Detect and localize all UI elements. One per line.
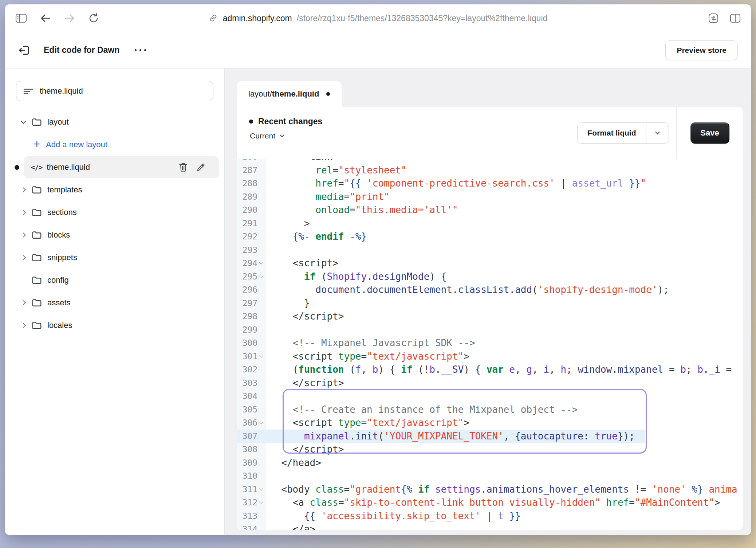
sidebar-folder-config[interactable]: config [5, 269, 224, 291]
forward-button-icon[interactable] [64, 13, 75, 23]
line-number: 302 [237, 365, 265, 374]
sidebar-file-theme.liquid[interactable]: </>theme.liquid [5, 156, 224, 179]
sidebar-folder-assets[interactable]: assets [5, 291, 224, 314]
fold-chevron-icon[interactable] [259, 500, 263, 504]
code-line-314[interactable]: 314 </a> [237, 522, 743, 530]
code-text: href="{{ 'component-predictive-search.cs… [265, 178, 646, 189]
sidebar-folder-sections[interactable]: sections [5, 201, 224, 224]
code-text: <!-- Mixpanel Javascript SDK --> [265, 337, 475, 348]
save-button[interactable]: Save [690, 122, 729, 144]
code-line-297[interactable]: 297 } [237, 297, 743, 310]
line-number: 297 [237, 298, 265, 308]
delete-file-icon[interactable] [178, 162, 188, 172]
line-number: 286 [237, 159, 265, 161]
exit-editor-icon[interactable] [18, 44, 31, 56]
code-line-302[interactable]: 302 (function (f, b) { if (!b.__SV) { va… [237, 363, 743, 376]
chevron-right-icon[interactable] [21, 187, 26, 192]
fold-chevron-icon[interactable] [259, 261, 263, 265]
code-line-286[interactable]: 286 <link [237, 159, 743, 164]
code-line-307[interactable]: 307 mixpanel.init('YOUR_MIXPANEL_TOKEN',… [237, 430, 743, 443]
code-line-310[interactable]: 310 [237, 469, 743, 483]
action-label: Add a new layout [46, 140, 107, 149]
code-line-299[interactable]: 299 [237, 323, 743, 337]
code-line-290[interactable]: 290 onload="this.media='all'" [237, 203, 743, 217]
folder-icon [31, 117, 42, 128]
version-selector[interactable]: Current [249, 132, 322, 140]
fold-chevron-icon[interactable] [259, 420, 263, 424]
selected-file-row[interactable]: </>theme.liquid [24, 156, 219, 178]
code-line-287[interactable]: 287 rel="stylesheet" [237, 164, 743, 177]
more-options-icon[interactable] [135, 49, 146, 51]
code-editor[interactable]: 286 <link287 rel="stylesheet"288 href="{… [237, 159, 743, 530]
line-number: 309 [237, 458, 265, 467]
code-line-296[interactable]: 296 document.documentElement.classList.a… [237, 283, 743, 297]
code-line-295[interactable]: 295 if (Shopify.designMode) { [237, 270, 743, 283]
code-text: <script type="text/javascript"> [265, 351, 469, 362]
search-input[interactable] [40, 86, 206, 96]
chevron-down-icon[interactable] [21, 118, 26, 124]
sidebar-folder-blocks[interactable]: blocks [5, 224, 224, 246]
chevron-right-icon[interactable] [21, 255, 26, 260]
version-label: Current [250, 132, 275, 140]
back-button-icon[interactable] [40, 13, 51, 23]
code-line-292[interactable]: 292 {%- endif -%} [237, 230, 743, 243]
code-line-311[interactable]: 311 <body class="gradient{% if settings.… [237, 483, 743, 496]
line-number: 303 [237, 378, 265, 388]
file-search-box[interactable] [16, 81, 213, 101]
page-title: Edit code for Dawn [44, 45, 119, 55]
line-number: 304 [237, 391, 265, 401]
changes-dot-icon [249, 120, 253, 124]
sidebar-toggle-icon[interactable] [15, 13, 27, 23]
tab-theme-liquid[interactable]: layout/theme.liquid [237, 81, 342, 107]
fold-chevron-icon[interactable] [259, 274, 263, 278]
code-line-298[interactable]: 298 </script> [237, 310, 743, 323]
code-line-293[interactable]: 293 [237, 243, 743, 257]
split-view-icon[interactable] [730, 13, 741, 23]
fold-chevron-icon[interactable] [259, 486, 263, 490]
chevron-down-icon [655, 130, 660, 134]
code-text: <script type="text/javascript"> [265, 417, 469, 428]
preview-store-button[interactable]: Preview store [665, 40, 738, 60]
code-line-291[interactable]: 291 > [237, 217, 743, 230]
folder-label: locales [47, 321, 72, 330]
folder-icon [31, 275, 42, 286]
code-line-309[interactable]: 309 </head> [237, 456, 743, 470]
code-line-300[interactable]: 300 <!-- Mixpanel Javascript SDK --> [237, 336, 743, 350]
address-bar[interactable]: admin.shopify.com/store/rzq1xu-f5/themes… [209, 13, 548, 23]
editor-header: Recent changes Current Format liquid [237, 107, 743, 159]
code-text: </head> [265, 457, 321, 468]
add-new-layout-button[interactable]: +Add a new layout [5, 133, 224, 156]
code-line-301[interactable]: 301 <script type="text/javascript"> [237, 350, 743, 363]
line-number: 310 [237, 471, 265, 481]
tab-strip: layout/theme.liquid [225, 68, 751, 107]
reload-icon[interactable] [88, 13, 99, 24]
code-line-312[interactable]: 312 <a class="skip-to-content-link butto… [237, 496, 743, 509]
format-dropdown-caret[interactable] [646, 123, 669, 143]
code-line-303[interactable]: 303 </script> [237, 376, 743, 390]
format-liquid-button[interactable]: Format liquid [577, 122, 669, 144]
code-line-289[interactable]: 289 media="print" [237, 190, 743, 204]
code-line-288[interactable]: 288 href="{{ 'component-predictive-searc… [237, 177, 743, 190]
code-line-308[interactable]: 308 </script> [237, 443, 743, 456]
chevron-right-icon[interactable] [21, 323, 26, 328]
code-line-306[interactable]: 306 <script type="text/javascript"> [237, 416, 743, 430]
chevron-right-icon[interactable] [21, 210, 26, 215]
link-icon [209, 13, 218, 23]
chevron-right-icon[interactable] [21, 232, 26, 238]
sidebar-folder-templates[interactable]: templates [5, 179, 224, 201]
fold-chevron-icon[interactable] [259, 353, 263, 357]
code-line-313[interactable]: 313 {{ 'accessibility.skip_to_text' | t … [237, 509, 743, 523]
folder-icon [31, 184, 42, 195]
app-header: Edit code for Dawn Preview store [5, 32, 751, 68]
browser-window: admin.shopify.com/store/rzq1xu-f5/themes… [5, 4, 751, 535]
code-line-305[interactable]: 305 <!-- Create an instance of the Mixpa… [237, 403, 743, 416]
sidebar-folder-layout[interactable]: layout [5, 111, 224, 133]
code-line-294[interactable]: 294 <script> [237, 257, 743, 270]
chevron-right-icon[interactable] [21, 300, 26, 305]
code-lines[interactable]: 286 <link287 rel="stylesheet"288 href="{… [237, 159, 743, 530]
page-settings-icon[interactable] [708, 13, 719, 24]
rename-file-icon[interactable] [196, 162, 205, 172]
sidebar-folder-locales[interactable]: locales [5, 314, 224, 337]
code-line-304[interactable]: 304 [237, 390, 743, 403]
sidebar-folder-snippets[interactable]: snippets [5, 246, 224, 269]
